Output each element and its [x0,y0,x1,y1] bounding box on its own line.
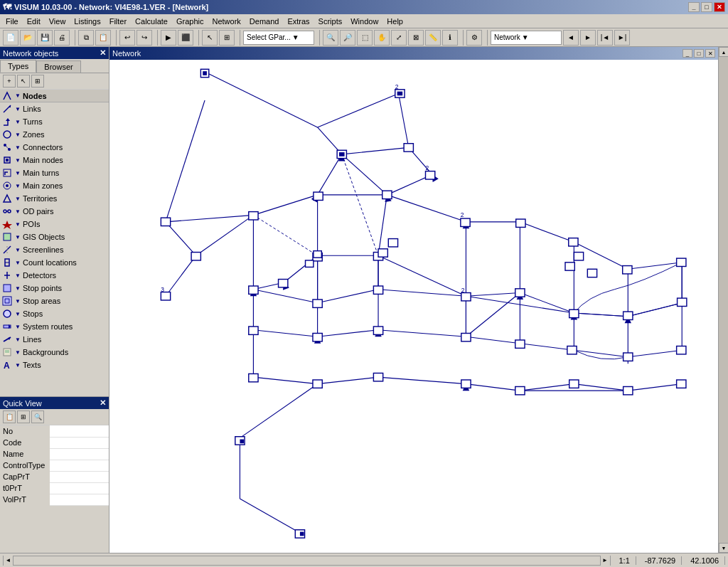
list-item-screenlines[interactable]: ▼ Screenlines [0,243,109,256]
toolbar-zoom-out-btn[interactable]: 🔎 [340,30,355,46]
map-minimize-btn[interactable]: _ [682,49,692,58]
toolbar-measure-btn[interactable]: 📏 [425,30,441,46]
list-item-main-turns[interactable]: ▼ Main turns [0,166,109,179]
toolbar-sep7 [461,30,464,46]
tab-browser[interactable]: Browser [36,60,80,73]
close-btn[interactable]: ✕ [714,2,725,12]
menu-network[interactable]: Network [208,16,245,27]
list-item-main-zones[interactable]: ▼ Main zones [0,179,109,192]
menu-edit[interactable]: Edit [23,16,45,27]
list-item-links[interactable]: ▼ Links [0,102,109,115]
toolbar-stop-btn[interactable]: ⬛ [178,30,193,46]
minimize-btn[interactable]: _ [688,2,700,12]
list-item-gis-objects[interactable]: ▼ GIS Objects [0,230,109,243]
panel-select-btn[interactable]: ↖ [17,75,30,88]
panel-multisel-btn[interactable]: ⊞ [31,75,44,88]
qv-row-capprt: CapPrT [0,471,109,482]
map-area[interactable]: Network _ □ ✕ [109,47,728,553]
toolbar-save-btn[interactable]: 💾 [37,30,53,46]
list-item-system-routes[interactable]: ▼ System routes [0,320,109,333]
qv-btn3[interactable]: 🔍 [31,410,44,423]
toolbar-zoom-in-btn[interactable]: 🔍 [323,30,338,46]
toolbar-run-btn[interactable]: ▶ [161,30,176,46]
territories-arrow: ▼ [14,196,21,202]
list-item-od-pairs[interactable]: ▼ OD pairs [0,205,109,218]
menu-calculate[interactable]: Calculate [131,16,172,27]
list-item-stop-areas[interactable]: ▼ Stop areas [0,295,109,307]
toolbar-last-btn[interactable]: ►| [614,30,630,46]
qv-row-no: No [0,425,109,437]
map-win-controls[interactable]: _ □ ✕ [682,49,715,58]
toolbar-gear-btn[interactable]: ⚙ [466,30,482,46]
menu-graphic[interactable]: Graphic [172,16,208,27]
map-close-btn[interactable]: ✕ [705,49,715,58]
toolbar-copy-btn[interactable]: ⧉ [78,30,94,46]
toolbar-gpar-dropdown[interactable]: Select GPar... ▼ [243,31,314,45]
list-item-pois[interactable]: ▼ POIs [0,218,109,230]
menu-help[interactable]: Help [382,16,407,27]
menu-listings[interactable]: Listings [70,16,105,27]
list-item-detectors[interactable]: ▼ Detectors [0,269,109,282]
qv-btn2[interactable]: ⊞ [17,410,30,423]
screenlines-label: Screenlines [23,245,63,254]
menu-filter[interactable]: Filter [105,16,131,27]
toolbar-undo-btn[interactable]: ↩ [119,30,135,46]
toolbar-new-btn[interactable]: 📄 [3,30,18,46]
detectors-icon [1,270,13,281]
h-scroll-left-btn[interactable]: ◄ [4,556,14,566]
list-item-connectors[interactable]: ▼ Connectors [0,141,109,154]
toolbar-print-btn[interactable]: 🖨 [54,30,70,46]
list-item-nodes[interactable]: ▼ Nodes [0,90,109,102]
menu-demand[interactable]: Demand [245,16,284,27]
toolbar-multi-btn[interactable]: ⊞ [219,30,235,46]
maximize-btn[interactable]: □ [701,2,712,12]
toolbar-paste-btn[interactable]: 📋 [95,30,111,46]
list-item-backgrounds[interactable]: ▼ Backgrounds [0,346,109,359]
list-item-lines[interactable]: ▼ Lines [0,333,109,346]
toolbar-select-btn[interactable]: ↖ [202,30,218,46]
network-svg[interactable]: 2 2 2 3 2 [109,60,728,553]
system-routes-arrow: ▼ [14,324,21,330]
h-scroll-right-btn[interactable]: ► [600,556,610,566]
list-item-main-nodes[interactable]: ▼ Main nodes [0,154,109,166]
toolbar-full-btn[interactable]: ⊠ [408,30,424,46]
list-item-texts[interactable]: A ▼ Texts [0,359,109,371]
toolbar-zoombox-btn[interactable]: ⬚ [357,30,373,46]
map-maximize-btn[interactable]: □ [694,49,704,58]
toolbar-fit-btn[interactable]: ⤢ [391,30,407,46]
toolbar-first-btn[interactable]: |◄ [597,30,613,46]
toolbar-info-btn[interactable]: ℹ [442,30,458,46]
toolbar-network-dropdown[interactable]: Network ▼ [491,31,562,45]
menu-file[interactable]: File [1,16,23,27]
list-item-stop-points[interactable]: ▼ Stop points [0,282,109,295]
quick-view-close-btn[interactable]: ✕ [100,398,106,408]
toolbar-pan-btn[interactable]: ✋ [374,30,390,46]
map-scroll-down-btn[interactable]: ▼ [719,543,728,553]
title-win-controls[interactable]: _ □ ✕ [688,2,725,12]
menu-view[interactable]: View [45,16,70,27]
panel-add-btn[interactable]: + [3,75,16,88]
list-item-territories[interactable]: ▼ Territories [0,192,109,205]
list-item-zones[interactable]: ▼ Zones [0,128,109,141]
map-scroll-up-btn[interactable]: ▲ [719,47,728,57]
menu-scripts[interactable]: Scripts [314,16,347,27]
tab-types[interactable]: Types [0,60,36,73]
qv-btn1[interactable]: 📋 [3,410,16,423]
od-pairs-icon [1,206,13,217]
toolbar-redo-btn[interactable]: ↪ [136,30,152,46]
toolbar-prev-btn[interactable]: ◄ [563,30,579,46]
list-item-turns[interactable]: ▼ Turns [0,115,109,128]
main-nodes-icon [1,154,13,166]
menu-window[interactable]: Window [346,16,382,27]
map-right-scrollbar[interactable]: ▲ ▼ [718,47,728,553]
qv-row-volprt: VolPrT [0,494,109,505]
objects-list[interactable]: ▼ Nodes ▼ Links ▼ [0,90,109,396]
panel-close-btn[interactable]: ✕ [100,48,106,58]
menu-extras[interactable]: Extras [283,16,314,27]
list-item-count-locations[interactable]: ▼ Count locations [0,256,109,269]
list-item-stops[interactable]: ▼ Stops [0,307,109,320]
toolbar-sep4 [196,30,199,46]
h-scrollbar[interactable]: ◄ ► [3,556,611,566]
toolbar-open-btn[interactable]: 📂 [20,30,36,46]
toolbar-next-btn[interactable]: ► [580,30,596,46]
